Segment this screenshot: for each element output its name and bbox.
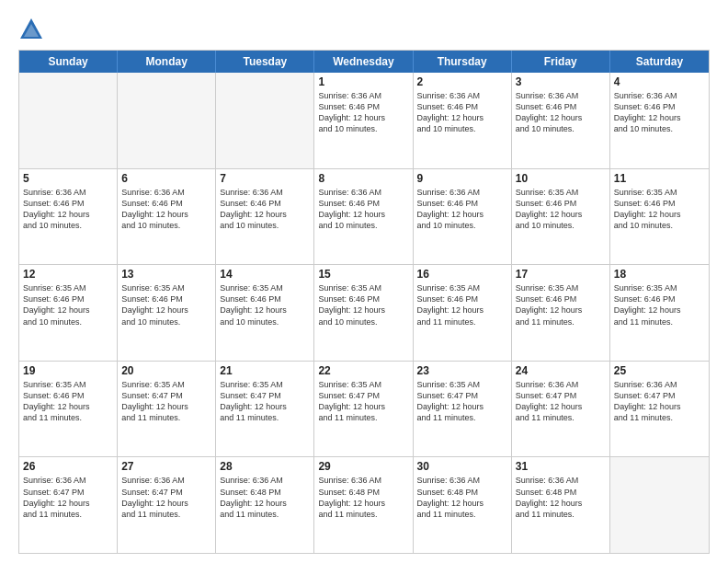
calendar-row-0: 1Sunrise: 6:36 AM Sunset: 6:46 PM Daylig… bbox=[19, 73, 709, 168]
calendar-cell: 15Sunrise: 6:35 AM Sunset: 6:46 PM Dayli… bbox=[314, 265, 413, 361]
day-number: 16 bbox=[417, 268, 507, 281]
day-info: Sunrise: 6:36 AM Sunset: 6:47 PM Dayligh… bbox=[614, 379, 705, 424]
calendar-cell: 5Sunrise: 6:36 AM Sunset: 6:46 PM Daylig… bbox=[19, 169, 118, 265]
day-number: 13 bbox=[121, 268, 211, 281]
calendar-row-3: 19Sunrise: 6:35 AM Sunset: 6:46 PM Dayli… bbox=[19, 361, 709, 457]
day-info: Sunrise: 6:35 AM Sunset: 6:47 PM Dayligh… bbox=[220, 379, 310, 424]
day-info: Sunrise: 6:36 AM Sunset: 6:46 PM Dayligh… bbox=[121, 187, 211, 232]
header-day-sunday: Sunday bbox=[19, 51, 118, 73]
calendar-cell: 12Sunrise: 6:35 AM Sunset: 6:46 PM Dayli… bbox=[19, 265, 118, 361]
day-info: Sunrise: 6:35 AM Sunset: 6:46 PM Dayligh… bbox=[516, 187, 606, 232]
day-number: 11 bbox=[614, 172, 705, 185]
day-info: Sunrise: 6:35 AM Sunset: 6:46 PM Dayligh… bbox=[23, 379, 113, 424]
day-number: 22 bbox=[318, 364, 408, 377]
day-number: 21 bbox=[220, 364, 310, 377]
calendar-cell: 3Sunrise: 6:36 AM Sunset: 6:46 PM Daylig… bbox=[512, 73, 610, 168]
day-number: 14 bbox=[220, 268, 310, 281]
calendar-cell: 24Sunrise: 6:36 AM Sunset: 6:47 PM Dayli… bbox=[512, 362, 610, 457]
calendar-cell: 2Sunrise: 6:36 AM Sunset: 6:46 PM Daylig… bbox=[414, 73, 512, 168]
day-info: Sunrise: 6:35 AM Sunset: 6:46 PM Dayligh… bbox=[614, 282, 705, 327]
day-number: 6 bbox=[121, 172, 211, 185]
day-number: 27 bbox=[121, 460, 211, 473]
calendar-cell: 25Sunrise: 6:36 AM Sunset: 6:47 PM Dayli… bbox=[610, 362, 709, 457]
day-info: Sunrise: 6:36 AM Sunset: 6:48 PM Dayligh… bbox=[417, 475, 507, 520]
calendar-cell: 6Sunrise: 6:36 AM Sunset: 6:46 PM Daylig… bbox=[118, 169, 216, 265]
calendar-cell: 13Sunrise: 6:35 AM Sunset: 6:46 PM Dayli… bbox=[118, 265, 216, 361]
day-number: 10 bbox=[516, 172, 606, 185]
header-day-thursday: Thursday bbox=[414, 51, 512, 73]
calendar-cell: 10Sunrise: 6:35 AM Sunset: 6:46 PM Dayli… bbox=[512, 169, 610, 265]
day-number: 17 bbox=[516, 268, 606, 281]
day-number: 15 bbox=[318, 268, 408, 281]
day-info: Sunrise: 6:36 AM Sunset: 6:46 PM Dayligh… bbox=[23, 187, 113, 232]
day-info: Sunrise: 6:36 AM Sunset: 6:46 PM Dayligh… bbox=[614, 90, 705, 135]
calendar-cell: 29Sunrise: 6:36 AM Sunset: 6:48 PM Dayli… bbox=[314, 457, 413, 553]
day-info: Sunrise: 6:36 AM Sunset: 6:48 PM Dayligh… bbox=[318, 475, 408, 520]
day-number: 8 bbox=[318, 172, 408, 185]
calendar-cell: 9Sunrise: 6:36 AM Sunset: 6:46 PM Daylig… bbox=[414, 169, 512, 265]
day-info: Sunrise: 6:36 AM Sunset: 6:46 PM Dayligh… bbox=[318, 90, 408, 135]
day-info: Sunrise: 6:35 AM Sunset: 6:46 PM Dayligh… bbox=[220, 282, 310, 327]
calendar-header: SundayMondayTuesdayWednesdayThursdayFrid… bbox=[19, 51, 709, 73]
header-day-saturday: Saturday bbox=[610, 51, 709, 73]
day-number: 9 bbox=[417, 172, 507, 185]
day-number: 24 bbox=[516, 364, 606, 377]
day-number: 2 bbox=[417, 75, 507, 88]
day-info: Sunrise: 6:35 AM Sunset: 6:46 PM Dayligh… bbox=[121, 282, 211, 327]
calendar-cell: 20Sunrise: 6:35 AM Sunset: 6:47 PM Dayli… bbox=[118, 362, 216, 457]
day-number: 29 bbox=[318, 460, 408, 473]
day-info: Sunrise: 6:36 AM Sunset: 6:46 PM Dayligh… bbox=[417, 90, 507, 135]
calendar-cell: 4Sunrise: 6:36 AM Sunset: 6:46 PM Daylig… bbox=[610, 73, 709, 168]
day-info: Sunrise: 6:35 AM Sunset: 6:47 PM Dayligh… bbox=[318, 379, 408, 424]
calendar-row-1: 5Sunrise: 6:36 AM Sunset: 6:46 PM Daylig… bbox=[19, 168, 709, 265]
day-number: 30 bbox=[417, 460, 507, 473]
calendar-cell: 17Sunrise: 6:35 AM Sunset: 6:46 PM Dayli… bbox=[512, 265, 610, 361]
day-info: Sunrise: 6:35 AM Sunset: 6:46 PM Dayligh… bbox=[318, 282, 408, 327]
logo bbox=[18, 17, 48, 42]
day-info: Sunrise: 6:36 AM Sunset: 6:47 PM Dayligh… bbox=[121, 475, 211, 520]
day-info: Sunrise: 6:35 AM Sunset: 6:46 PM Dayligh… bbox=[23, 282, 113, 327]
day-number: 5 bbox=[23, 172, 113, 185]
calendar-cell: 30Sunrise: 6:36 AM Sunset: 6:48 PM Dayli… bbox=[414, 457, 512, 553]
day-number: 23 bbox=[417, 364, 507, 377]
page: SundayMondayTuesdayWednesdayThursdayFrid… bbox=[0, 0, 728, 563]
day-number: 4 bbox=[614, 75, 705, 88]
day-info: Sunrise: 6:36 AM Sunset: 6:47 PM Dayligh… bbox=[516, 379, 606, 424]
day-number: 12 bbox=[23, 268, 113, 281]
day-info: Sunrise: 6:36 AM Sunset: 6:48 PM Dayligh… bbox=[220, 475, 310, 520]
day-number: 25 bbox=[614, 364, 705, 377]
calendar-row-4: 26Sunrise: 6:36 AM Sunset: 6:47 PM Dayli… bbox=[19, 456, 709, 553]
header-day-monday: Monday bbox=[118, 51, 216, 73]
day-info: Sunrise: 6:35 AM Sunset: 6:46 PM Dayligh… bbox=[614, 187, 705, 232]
calendar-cell bbox=[216, 73, 314, 168]
header-day-wednesday: Wednesday bbox=[314, 51, 413, 73]
header bbox=[18, 17, 710, 42]
day-number: 18 bbox=[614, 268, 705, 281]
day-info: Sunrise: 6:35 AM Sunset: 6:46 PM Dayligh… bbox=[417, 282, 507, 327]
day-info: Sunrise: 6:36 AM Sunset: 6:46 PM Dayligh… bbox=[318, 187, 408, 232]
day-number: 26 bbox=[23, 460, 113, 473]
calendar-row-2: 12Sunrise: 6:35 AM Sunset: 6:46 PM Dayli… bbox=[19, 264, 709, 361]
day-info: Sunrise: 6:35 AM Sunset: 6:47 PM Dayligh… bbox=[417, 379, 507, 424]
calendar-cell: 1Sunrise: 6:36 AM Sunset: 6:46 PM Daylig… bbox=[314, 73, 413, 168]
calendar-cell bbox=[610, 457, 709, 553]
day-info: Sunrise: 6:36 AM Sunset: 6:46 PM Dayligh… bbox=[220, 187, 310, 232]
calendar-cell: 22Sunrise: 6:35 AM Sunset: 6:47 PM Dayli… bbox=[314, 362, 413, 457]
calendar-cell: 18Sunrise: 6:35 AM Sunset: 6:46 PM Dayli… bbox=[610, 265, 709, 361]
calendar-cell: 26Sunrise: 6:36 AM Sunset: 6:47 PM Dayli… bbox=[19, 457, 118, 553]
calendar-cell: 23Sunrise: 6:35 AM Sunset: 6:47 PM Dayli… bbox=[414, 362, 512, 457]
day-info: Sunrise: 6:36 AM Sunset: 6:46 PM Dayligh… bbox=[417, 187, 507, 232]
day-info: Sunrise: 6:36 AM Sunset: 6:47 PM Dayligh… bbox=[23, 475, 113, 520]
header-day-friday: Friday bbox=[512, 51, 610, 73]
day-number: 3 bbox=[516, 75, 606, 88]
day-number: 31 bbox=[516, 460, 606, 473]
calendar-cell: 21Sunrise: 6:35 AM Sunset: 6:47 PM Dayli… bbox=[216, 362, 314, 457]
calendar-cell: 19Sunrise: 6:35 AM Sunset: 6:46 PM Dayli… bbox=[19, 362, 118, 457]
calendar-cell bbox=[19, 73, 118, 168]
calendar-cell: 7Sunrise: 6:36 AM Sunset: 6:46 PM Daylig… bbox=[216, 169, 314, 265]
calendar-cell: 16Sunrise: 6:35 AM Sunset: 6:46 PM Dayli… bbox=[414, 265, 512, 361]
day-number: 28 bbox=[220, 460, 310, 473]
calendar-cell: 8Sunrise: 6:36 AM Sunset: 6:46 PM Daylig… bbox=[314, 169, 413, 265]
day-info: Sunrise: 6:35 AM Sunset: 6:46 PM Dayligh… bbox=[516, 282, 606, 327]
calendar-cell: 14Sunrise: 6:35 AM Sunset: 6:46 PM Dayli… bbox=[216, 265, 314, 361]
